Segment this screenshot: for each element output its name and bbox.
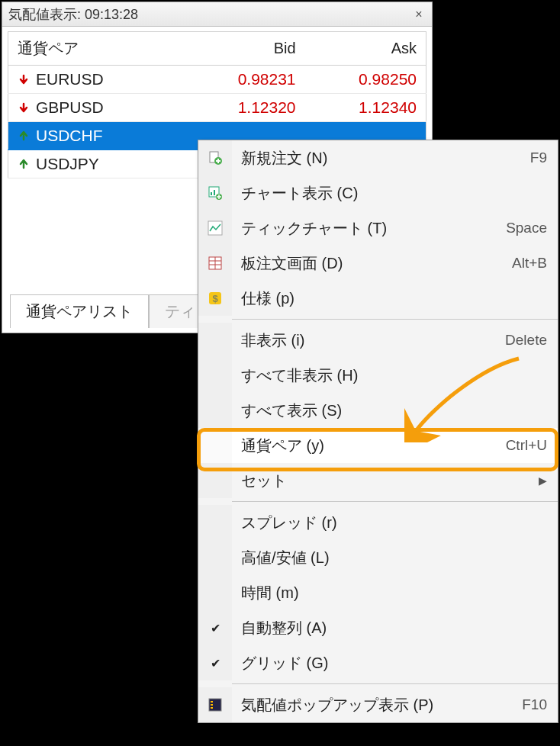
menu-shortcut: F10	[522, 696, 547, 713]
menu-label: 仕様 (p)	[232, 288, 547, 309]
menu-item[interactable]: ✔自動整列 (A)	[198, 610, 558, 645]
bid-cell: 0.98231	[184, 66, 305, 94]
menu-label: 自動整列 (A)	[232, 618, 547, 638]
menu-separator	[232, 319, 558, 320]
tab-symbol-list[interactable]: 通貨ペアリスト	[10, 294, 149, 328]
ask-cell: 1.12340	[305, 94, 426, 122]
menu-label: 新規注文 (N)	[232, 148, 530, 169]
menu-item[interactable]: 時間 (m)	[198, 575, 558, 610]
blank-icon	[198, 358, 232, 393]
chart-plus-icon	[198, 175, 232, 211]
svg-rect-4	[214, 190, 215, 195]
blank-icon	[198, 393, 232, 428]
blank-icon	[198, 575, 232, 610]
close-icon[interactable]: ×	[412, 8, 426, 21]
menu-label: 板注文画面 (D)	[232, 253, 512, 274]
doc-plus-icon	[198, 140, 232, 175]
menu-item[interactable]: 通貨ペア (y)Ctrl+U	[198, 428, 558, 463]
menu-item[interactable]: チャート表示 (C)	[198, 175, 558, 211]
menu-item[interactable]: 板注文画面 (D)Alt+B	[198, 246, 558, 281]
menu-label: スプレッド (r)	[232, 513, 547, 533]
menu-label: 気配値ポップアップ表示 (P)	[232, 695, 522, 715]
menu-item[interactable]: ティックチャート (T)Space	[198, 211, 558, 246]
svg-rect-14	[211, 701, 213, 703]
arrow-down-icon	[18, 73, 30, 85]
check-icon: ✔	[198, 610, 232, 645]
symbol-name: USDJPY	[36, 155, 99, 173]
table-row[interactable]: GBPUSD1.123201.12340	[8, 94, 426, 122]
menu-item[interactable]: 気配値ポップアップ表示 (P)F10	[198, 687, 558, 722]
blank-icon	[198, 540, 232, 575]
menu-item[interactable]: すべて非表示 (H)	[198, 358, 558, 393]
check-icon: ✔	[198, 645, 232, 680]
col-symbol[interactable]: 通貨ペア	[8, 32, 184, 66]
menu-label: ティックチャート (T)	[232, 218, 506, 239]
svg-text:$: $	[212, 293, 218, 304]
context-menu[interactable]: 新規注文 (N)F9チャート表示 (C)ティックチャート (T)Space板注文…	[198, 140, 558, 723]
menu-shortcut: Alt+B	[512, 255, 547, 272]
menu-item[interactable]: セット▶	[198, 463, 558, 498]
col-bid[interactable]: Bid	[184, 32, 305, 66]
blank-icon	[198, 463, 232, 498]
panel-titlebar: 気配値表示: 09:13:28 ×	[2, 2, 432, 27]
bid-cell: 1.12320	[184, 94, 305, 122]
panel-title: 気配値表示: 09:13:28	[8, 5, 412, 24]
menu-item[interactable]: 高値/安値 (L)	[198, 540, 558, 575]
menu-item[interactable]: 新規注文 (N)F9	[198, 140, 558, 175]
tick-chart-icon	[198, 211, 232, 246]
menu-label: 時間 (m)	[232, 583, 547, 603]
svg-rect-15	[211, 704, 213, 706]
menu-label: すべて表示 (S)	[232, 400, 547, 421]
col-ask[interactable]: Ask	[305, 32, 426, 66]
menu-label: すべて非表示 (H)	[232, 365, 547, 386]
menu-label: セット	[232, 471, 534, 491]
blank-icon	[198, 323, 232, 358]
menu-label: 高値/安値 (L)	[232, 548, 547, 568]
menu-item[interactable]: すべて表示 (S)	[198, 393, 558, 428]
ask-cell: 0.98250	[305, 66, 426, 94]
menu-item[interactable]: ✔グリッド (G)	[198, 645, 558, 680]
menu-label: グリッド (G)	[232, 653, 547, 674]
menu-separator	[232, 683, 558, 684]
menu-label: 非表示 (i)	[232, 330, 505, 351]
arrow-down-icon	[18, 101, 30, 114]
menu-item[interactable]: 非表示 (i)Delete	[198, 323, 558, 358]
table-header-row: 通貨ペア Bid Ask	[8, 32, 426, 66]
menu-shortcut: Delete	[505, 332, 547, 349]
svg-rect-3	[211, 192, 212, 195]
menu-separator	[232, 501, 558, 502]
menu-shortcut: Space	[506, 220, 547, 236]
blank-icon	[198, 505, 232, 540]
menu-label: 通貨ペア (y)	[232, 436, 506, 456]
table-row[interactable]: EURUSD0.982310.98250	[8, 66, 426, 94]
svg-rect-16	[211, 707, 213, 709]
arrow-up-icon	[18, 158, 30, 170]
submenu-arrow-icon: ▶	[534, 474, 547, 487]
menu-shortcut: F9	[530, 150, 547, 166]
popup-icon	[198, 687, 232, 722]
spec-icon: $	[198, 281, 232, 316]
grid-order-icon	[198, 246, 232, 281]
panel-tabs: 通貨ペアリスト ティッ	[10, 294, 227, 328]
panel-time: 09:13:28	[85, 7, 138, 22]
panel-title-prefix: 気配値表示:	[8, 7, 85, 22]
menu-item[interactable]: $仕様 (p)	[198, 281, 558, 316]
symbol-name: USDCHF	[36, 127, 103, 145]
symbol-name: EURUSD	[36, 70, 104, 88]
arrow-up-icon	[18, 130, 30, 142]
menu-label: チャート表示 (C)	[232, 183, 547, 204]
menu-item[interactable]: スプレッド (r)	[198, 505, 558, 540]
symbol-name: GBPUSD	[36, 98, 104, 117]
blank-icon	[198, 428, 232, 463]
menu-shortcut: Ctrl+U	[506, 437, 547, 454]
